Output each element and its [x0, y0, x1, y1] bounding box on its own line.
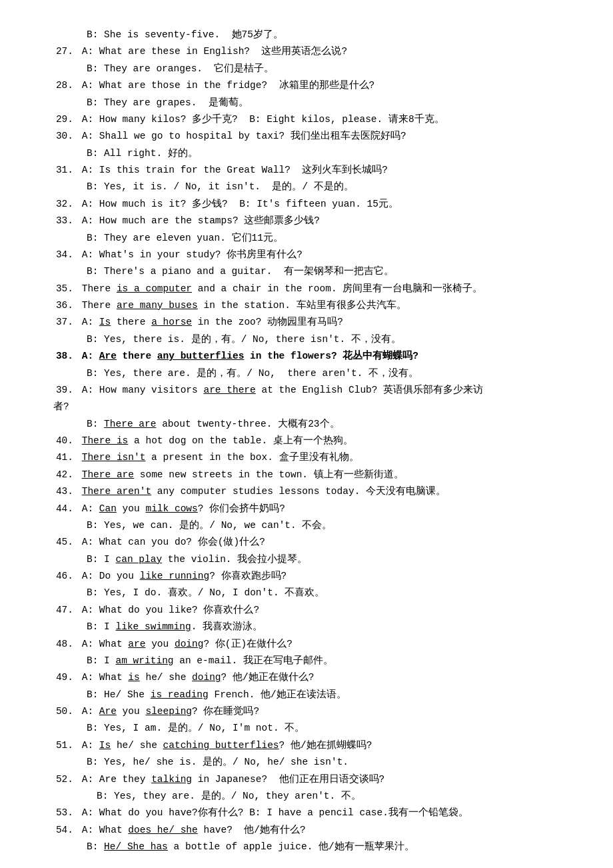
text-line-l48: 54. A: What does he/ she have? 他/她有什么?: [53, 822, 573, 839]
text-line-l17: 36. There are many buses in the station.…: [53, 297, 573, 314]
text-line-l31: 45. A: What can you do? 你会(做)什么?: [53, 534, 573, 551]
text-line-l3: B: They are oranges. 它们是桔子。: [53, 61, 573, 77]
text-line-l38: B: I am writing an e-mail. 我正在写电子邮件。: [53, 653, 573, 669]
main-content: B: She is seventy-five. 她75岁了。27. A: Wha…: [53, 27, 573, 855]
text-line-l24: B: There are about twenty-three. 大概有23个。: [53, 416, 573, 433]
text-line-l19: B: Yes, there is. 是的，有。/ No, there isn't…: [53, 331, 573, 348]
text-line-l39: 49. A: What is he/ she doing? 他/她正在做什么?: [53, 669, 573, 686]
text-line-l9: 31. A: Is this train for the Great Wall?…: [53, 162, 573, 179]
text-line-l16: 35. There is a computer and a chair in t…: [53, 281, 573, 297]
text-line-l11: 32. A: How much is it? 多少钱? B: It's fift…: [53, 196, 573, 213]
text-line-l41: 50. A: Are you sleeping? 你在睡觉吗?: [53, 703, 573, 720]
text-line-l40: B: He/ She is reading French. 他/她正在读法语。: [53, 687, 573, 703]
text-line-l34: B: Yes, I do. 喜欢。/ No, I don't. 不喜欢。: [53, 585, 573, 601]
text-line-l7: 30. A: Shall we go to hospital by taxi? …: [53, 128, 573, 145]
text-line-l12: 33. A: How much are the stamps? 这些邮票多少钱?: [53, 213, 573, 229]
text-line-l26: 41. There isn't a present in the box. 盒子…: [53, 449, 573, 466]
text-line-l45: 52. A: Are they talking in Japanese? 他们正…: [53, 771, 573, 788]
text-line-l2: 27. A: What are these in English? 这些用英语怎…: [53, 43, 573, 60]
text-line-l15: B: There's a piano and a guitar. 有一架钢琴和一…: [53, 263, 573, 280]
text-line-l5: B: They are grapes. 是葡萄。: [53, 95, 573, 111]
text-line-l28: 43. There aren't any computer studies le…: [53, 483, 573, 500]
text-line-l10: B: Yes, it is. / No, it isn't. 是的。/ 不是的。: [53, 179, 573, 195]
text-line-l6: 29. A: How many kilos? 多少千克? B: Eight ki…: [53, 111, 573, 128]
text-line-l8: B: All right. 好的。: [53, 145, 573, 162]
text-line-l43: 51. A: Is he/ she catching butterflies? …: [53, 737, 573, 754]
text-line-l22: 39. A: How many visitors are there at th…: [53, 382, 573, 399]
text-line-l42: B: Yes, I am. 是的。/ No, I'm not. 不。: [53, 720, 573, 737]
text-line-l25: 40. There is a hot dog on the table. 桌上有…: [53, 433, 573, 449]
text-line-l4: 28. A: What are those in the fridge? 冰箱里…: [53, 77, 573, 94]
text-line-l30: B: Yes, we can. 是的。/ No, we can't. 不会。: [53, 517, 573, 534]
text-line-l49: B: He/ She has a bottle of apple juice. …: [53, 839, 573, 855]
text-line-l13: B: They are eleven yuan. 它们11元。: [53, 230, 573, 247]
text-line-l27: 42. There are some new streets in the to…: [53, 467, 573, 483]
text-line-l21: B: Yes, there are. 是的，有。/ No, there aren…: [53, 365, 573, 382]
text-line-l46: B: Yes, they are. 是的。/ No, they aren't. …: [53, 788, 573, 805]
text-line-l20: 38. A: Are there any butterflies in the …: [53, 348, 573, 365]
text-line-l37: 48. A: What are you doing? 你(正)在做什么?: [53, 636, 573, 653]
text-line-l18: 37. A: Is there a horse in the zoo? 动物园里…: [53, 314, 573, 331]
text-line-l29: 44. A: Can you milk cows? 你们会挤牛奶吗?: [53, 501, 573, 517]
text-line-l1: B: She is seventy-five. 她75岁了。: [53, 27, 573, 43]
text-line-l35: 47. A: What do you like? 你喜欢什么?: [53, 602, 573, 619]
text-line-l36: B: I like swimming. 我喜欢游泳。: [53, 619, 573, 635]
text-line-l14: 34. A: What's in your study? 你书房里有什么?: [53, 247, 573, 263]
text-line-l32: B: I can play the violin. 我会拉小提琴。: [53, 551, 573, 568]
text-line-l47: 53. A: What do you have?你有什么? B: I have …: [53, 805, 573, 821]
text-line-l44: B: Yes, he/ she is. 是的。/ No, he/ she isn…: [53, 754, 573, 771]
text-line-l23: 者?: [53, 399, 573, 415]
text-line-l33: 46. A: Do you like running? 你喜欢跑步吗?: [53, 568, 573, 585]
